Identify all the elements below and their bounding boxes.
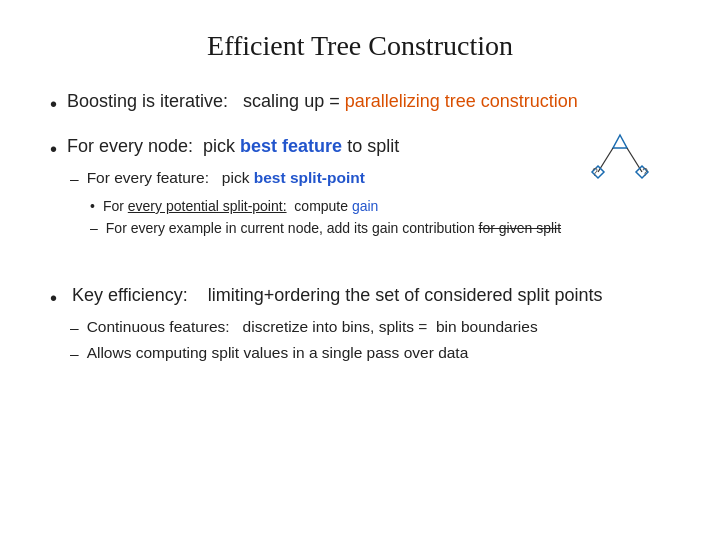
bullet-2-text: For every node: pick best feature to spl… — [67, 135, 399, 158]
sub-sub-level: • For every potential split-point: compu… — [90, 197, 670, 238]
bullet-3-main: • Key efficiency: limiting+ordering the … — [50, 284, 670, 311]
highlight-gain: gain — [352, 198, 378, 214]
highlight-best-split: best split-point — [254, 169, 365, 186]
sub-sub-item-example: – For every example in current node, add… — [90, 219, 670, 238]
sub-item-allows-text: Allows computing split values in a singl… — [87, 343, 469, 364]
sub-item-continuous: – Continuous features: discretize into b… — [70, 317, 670, 339]
sub-sub-dash-2: – — [90, 219, 98, 238]
spacer — [50, 256, 670, 266]
slide-title: Efficient Tree Construction — [50, 30, 670, 62]
svg-text:?: ? — [592, 167, 598, 178]
sub-dash-allows: – — [70, 344, 79, 365]
bullet-3-container: • Key efficiency: limiting+ordering the … — [50, 284, 670, 365]
bullet-1-text: Boosting is iterative: scaling up = para… — [67, 90, 578, 113]
sub-item-allows: – Allows computing split values in a sin… — [70, 343, 670, 365]
sub-item-continuous-text: Continuous features: discretize into bin… — [87, 317, 538, 338]
svg-text:?: ? — [642, 167, 648, 178]
bullet-3-text: Key efficiency: limiting+ordering the se… — [67, 284, 602, 307]
sub-dash-continuous: – — [70, 318, 79, 339]
sub-sub-example-text: For every example in current node, add i… — [106, 219, 561, 238]
strikethrough-text: for given split — [479, 220, 561, 236]
sub-sub-item-gain: • For every potential split-point: compu… — [90, 197, 670, 216]
content-area: • Boosting is iterative: scaling up = pa… — [50, 90, 670, 510]
bullet-2-row: • For every node: pick best feature to s… — [50, 135, 670, 162]
tree-diagram: ? ? — [580, 130, 660, 194]
bullet-2-main: • For every node: pick best feature to s… — [50, 135, 670, 162]
sub-dash-1: – — [70, 169, 79, 190]
bullet-dot-2: • — [50, 136, 57, 162]
slide: Efficient Tree Construction • Boosting i… — [0, 0, 720, 540]
bullet-2-container: • For every node: pick best feature to s… — [50, 135, 670, 238]
highlight-best-feature: best feature — [240, 136, 342, 156]
sub-sub-dot: • — [90, 197, 95, 216]
sub-item-feature-text: For every feature: pick best split-point — [87, 168, 365, 189]
highlight-parallelizing: parallelizing tree construction — [345, 91, 578, 111]
bullet-1: • Boosting is iterative: scaling up = pa… — [50, 90, 670, 117]
sub-sub-gain-text: For every potential split-point: compute… — [103, 197, 379, 216]
bullet-3-sub: – Continuous features: discretize into b… — [70, 317, 670, 365]
bullet-dot-1: • — [50, 91, 57, 117]
bullet-dot-3: • — [50, 285, 57, 311]
tree-svg: ? ? — [580, 130, 660, 190]
svg-marker-0 — [613, 135, 627, 148]
underline-split-point: every potential split-point: — [128, 198, 287, 214]
